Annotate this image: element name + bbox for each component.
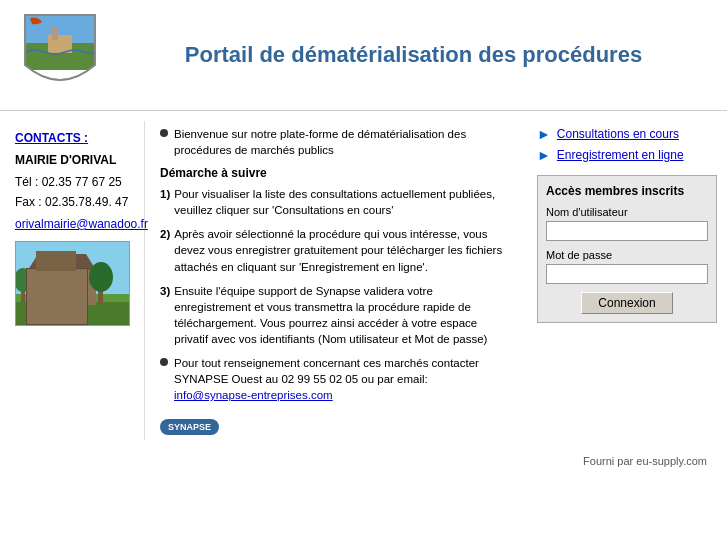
svg-point-16 — [16, 268, 32, 292]
bullet-icon-2 — [160, 358, 168, 366]
welcome-text: Bienvenue sur notre plate-forme de démat… — [174, 126, 512, 158]
arrow-icon-2: ► — [537, 147, 551, 163]
step-3-num: 3) — [160, 283, 170, 347]
footer-text: Fourni par eu-supply.com — [583, 455, 707, 467]
step-2-num: 2) — [160, 226, 170, 274]
center-content: Bienvenue sur notre plate-forme de démat… — [145, 121, 527, 440]
bullet-icon — [160, 129, 168, 137]
contacts-link[interactable]: CONTACTS : — [15, 131, 129, 145]
footer: Fourni par eu-supply.com — [0, 450, 727, 477]
username-label: Nom d'utilisateur — [546, 206, 708, 218]
welcome-bullet-item: Bienvenue sur notre plate-forme de démat… — [160, 126, 512, 158]
enregistrement-link[interactable]: Enregistrement en ligne — [557, 148, 684, 162]
step-1: 1) Pour visualiser la liste des consulta… — [160, 186, 512, 218]
login-title: Accès membres inscrits — [546, 184, 708, 198]
step-3-text: Ensuite l'équipe support de Synapse vali… — [174, 283, 512, 347]
svg-rect-12 — [56, 290, 70, 305]
step-3: 3) Ensuite l'équipe support de Synapse v… — [160, 283, 512, 347]
building-photo — [15, 241, 130, 326]
synapse-logo: SYNAPSE — [160, 419, 219, 435]
fax-number: Fax : 02.35.78.49. 47 — [15, 195, 129, 209]
contact-text-main: Pour tout renseignement concernant ces m… — [174, 357, 479, 385]
login-box: Accès membres inscrits Nom d'utilisateur… — [537, 175, 717, 323]
mairie-name: MAIRIE D'ORIVAL — [15, 153, 129, 167]
step-2: 2) Après avoir sélectionné la procédure … — [160, 226, 512, 274]
main-content: CONTACTS : MAIRIE D'ORIVAL Tél : 02.35 7… — [0, 111, 727, 450]
password-input[interactable] — [546, 264, 708, 284]
svg-rect-11 — [74, 276, 86, 286]
svg-rect-3 — [52, 28, 58, 40]
right-panel: ► Consultations en cours ► Enregistremen… — [527, 121, 727, 440]
svg-marker-8 — [28, 254, 96, 270]
contact-email-link[interactable]: info@synapse-entreprises.com — [174, 389, 333, 401]
login-button[interactable]: Connexion — [581, 292, 672, 314]
tel-number: Tél : 02.35 77 67 25 — [15, 175, 129, 189]
svg-rect-9 — [38, 276, 50, 286]
username-input[interactable] — [546, 221, 708, 241]
svg-rect-6 — [16, 294, 130, 302]
svg-rect-10 — [56, 276, 68, 286]
right-links: ► Consultations en cours ► Enregistremen… — [537, 126, 717, 163]
svg-rect-7 — [31, 270, 96, 305]
contact-bullet-item: Pour tout renseignement concernant ces m… — [160, 355, 512, 403]
email-link[interactable]: orivalmairie@wanadoo.fr — [15, 217, 129, 231]
step-2-text: Après avoir sélectionné la procédure qui… — [174, 226, 512, 274]
arrow-icon-1: ► — [537, 126, 551, 142]
consultations-link-item: ► Consultations en cours — [537, 126, 717, 142]
contact-text: Pour tout renseignement concernant ces m… — [174, 355, 512, 403]
demarche-title: Démarche à suivre — [160, 166, 512, 180]
coat-of-arms-logo — [20, 10, 100, 100]
page-title: Portail de dématérialisation des procédu… — [100, 42, 707, 68]
consultations-link[interactable]: Consultations en cours — [557, 127, 679, 141]
header: Portail de dématérialisation des procédu… — [0, 0, 727, 111]
sidebar: CONTACTS : MAIRIE D'ORIVAL Tél : 02.35 7… — [0, 121, 145, 440]
enregistrement-link-item: ► Enregistrement en ligne — [537, 147, 717, 163]
step-1-num: 1) — [160, 186, 170, 218]
steps-list: 1) Pour visualiser la liste des consulta… — [160, 186, 512, 347]
step-1-text: Pour visualiser la liste des consultatio… — [174, 186, 512, 218]
svg-point-14 — [89, 262, 113, 292]
password-label: Mot de passe — [546, 249, 708, 261]
